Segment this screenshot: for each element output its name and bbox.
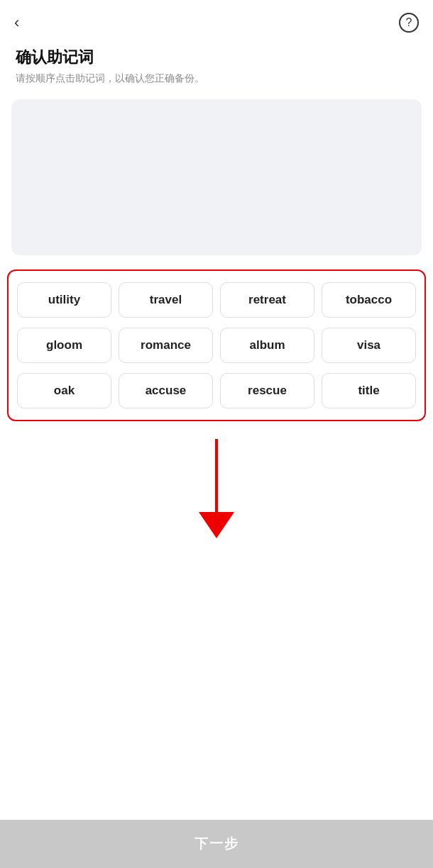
word-chip[interactable]: rescue	[220, 373, 314, 408]
word-chip[interactable]: travel	[119, 282, 213, 318]
page-title: 确认助记词	[16, 47, 417, 68]
page-subtitle: 请按顺序点击助记词，以确认您正确备份。	[16, 72, 417, 85]
word-chip[interactable]: album	[220, 328, 314, 363]
word-chip[interactable]: title	[322, 373, 416, 408]
arrow-annotation	[0, 435, 433, 549]
word-chip[interactable]: accuse	[119, 373, 213, 408]
help-button[interactable]: ?	[399, 13, 419, 33]
word-chip[interactable]: tobacco	[322, 282, 416, 318]
back-button[interactable]: ‹	[14, 15, 19, 30]
word-chip[interactable]: utility	[17, 282, 111, 318]
word-selection-area: utilitytravelretreattobaccogloomromancea…	[7, 269, 426, 421]
word-grid: utilitytravelretreattobaccogloomromancea…	[17, 282, 416, 408]
word-chip[interactable]: retreat	[220, 282, 314, 318]
word-chip[interactable]: visa	[322, 328, 416, 363]
down-arrow-icon	[188, 435, 245, 542]
mnemonic-display-area	[11, 99, 422, 255]
word-chip[interactable]: oak	[17, 373, 111, 408]
title-section: 确认助记词 请按顺序点击助记词，以确认您正确备份。	[0, 40, 433, 99]
header: ‹ ?	[0, 0, 433, 40]
next-button[interactable]: 下一步	[0, 820, 433, 868]
word-chip[interactable]: romance	[119, 328, 213, 363]
word-chip[interactable]: gloom	[17, 328, 111, 363]
svg-marker-1	[199, 512, 234, 538]
